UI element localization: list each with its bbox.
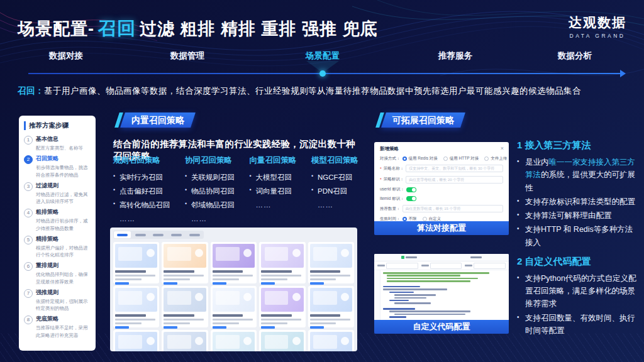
card-link-bar[interactable] bbox=[164, 326, 177, 329]
radio-file[interactable] bbox=[484, 156, 489, 161]
code-line bbox=[383, 308, 415, 310]
gallery-tab-2[interactable] bbox=[132, 231, 149, 238]
step-item-精排策略[interactable]: 5精排策略根据用户偏好，对物品进行个性化精准排序 bbox=[24, 235, 91, 259]
strategy-card[interactable] bbox=[259, 330, 305, 351]
step-item-粗排策略[interactable]: 4粗排策略对物品进行初步排序，减少待推荐物品数量 bbox=[24, 208, 91, 232]
recommend-count-label: 推荐数量： bbox=[380, 206, 401, 212]
card-link-bar[interactable] bbox=[310, 282, 324, 285]
card-desc-bar bbox=[261, 319, 301, 321]
bullet-dot-icon: • bbox=[517, 223, 525, 249]
strategy-card[interactable] bbox=[308, 286, 354, 327]
code-editor-body[interactable] bbox=[374, 270, 509, 320]
code-editor-tab[interactable] bbox=[470, 256, 482, 258]
category-title: 向量召回策略 bbox=[250, 155, 297, 166]
category-item: •点击偏好召回 bbox=[113, 185, 170, 199]
step-item-重排规则[interactable]: 6重排规则优化物品排列组合，确保呈现最佳推荐效果 bbox=[24, 261, 91, 285]
extend-strategy-badge-label: 可拓展召回策略 bbox=[392, 112, 454, 128]
step-body: 兜底策略当推荐结果不足时，采用此策略进行补充完善 bbox=[36, 315, 91, 339]
strategy-name-input[interactable] bbox=[406, 165, 503, 172]
card-desc-bar bbox=[310, 322, 336, 324]
card-link-bar[interactable] bbox=[213, 326, 226, 329]
strategy-category: 协同召回策略•关联规则召回•物品协同召回•邻域物品召回…… bbox=[185, 155, 235, 226]
strategy-card[interactable] bbox=[113, 286, 159, 327]
strategy-card[interactable] bbox=[211, 286, 257, 327]
code-lines bbox=[380, 270, 509, 320]
radio-http[interactable] bbox=[443, 156, 448, 161]
nav-item-5[interactable]: 数据分析 bbox=[558, 50, 592, 62]
feature-section-title: 1 接入第三方算法 bbox=[517, 140, 636, 151]
card-desc-bar bbox=[310, 319, 350, 321]
strategy-card[interactable] bbox=[113, 242, 159, 283]
strategy-key-input[interactable] bbox=[406, 176, 503, 184]
code-line bbox=[387, 275, 461, 277]
nav-item-1[interactable]: 数据对接 bbox=[49, 50, 83, 62]
category-item-label: 关联规则召回 bbox=[191, 171, 235, 185]
card-desc-bar bbox=[115, 322, 142, 324]
param-field[interactable] bbox=[377, 263, 418, 269]
code-editor-tab[interactable] bbox=[401, 256, 417, 259]
param-field[interactable] bbox=[421, 263, 462, 269]
step-item-基本信息[interactable]: 1基本信息配置方案类型、名称等 bbox=[24, 135, 91, 151]
step-item-强推规则[interactable]: 7强推规则依据特定规则，强制展示特定类别的物品 bbox=[24, 288, 91, 312]
category-item: •大模型召回 bbox=[250, 171, 297, 185]
card-link-bar[interactable] bbox=[164, 282, 177, 285]
strategy-card[interactable] bbox=[308, 242, 354, 283]
radio-time-custom[interactable] bbox=[423, 217, 427, 221]
connect-mode-row: 对接方式： 使用 Redis 对接 使用 HTTP 对接 文件上传 bbox=[380, 156, 503, 162]
gallery-tab-4[interactable] bbox=[168, 231, 185, 238]
gallery-tab-1[interactable] bbox=[114, 231, 131, 238]
card-link-bar[interactable] bbox=[261, 326, 275, 329]
card-title-bar bbox=[164, 270, 194, 273]
strategy-card[interactable] bbox=[113, 330, 159, 351]
step-title: 基本信息 bbox=[36, 135, 83, 143]
recall-definition-term: 召回： bbox=[18, 86, 44, 96]
strategy-key-label: 策略标识： bbox=[384, 177, 404, 182]
builtin-strategy-badge: 内置召回策略 bbox=[117, 112, 193, 128]
code-line bbox=[383, 272, 489, 274]
userid-toggle[interactable] bbox=[406, 187, 416, 192]
strategy-card[interactable] bbox=[259, 286, 305, 327]
strategy-card[interactable] bbox=[211, 242, 257, 283]
feature-bullet-text: 支持存放标识和算法类型的配置 bbox=[525, 195, 635, 208]
card-title-bar bbox=[213, 314, 243, 317]
bullet-dot-icon: • bbox=[185, 199, 191, 212]
gallery-tab-5[interactable] bbox=[186, 231, 203, 238]
card-link-bar[interactable] bbox=[115, 326, 129, 329]
strategy-card[interactable] bbox=[259, 242, 305, 283]
feature-bullet-text: 支持Python代码的方式自定义配置召回策略，满足多样化的场景推荐需求 bbox=[525, 272, 636, 310]
recommend-count-input[interactable] bbox=[402, 205, 504, 212]
card-title-bar bbox=[261, 314, 292, 317]
radio-redis[interactable] bbox=[402, 156, 407, 161]
itemid-toggle[interactable] bbox=[406, 196, 416, 201]
radio-time-unlimited[interactable] bbox=[402, 217, 407, 221]
category-item: …… bbox=[250, 199, 297, 212]
strategy-card[interactable] bbox=[162, 242, 208, 283]
itemid-row: itemid 标识： bbox=[380, 196, 503, 202]
close-icon[interactable]: × bbox=[501, 145, 504, 151]
step-item-过滤规则[interactable]: 3过滤规则对物品进行过滤，避免其进入后续排序环节 bbox=[24, 182, 91, 206]
card-illustration bbox=[115, 332, 157, 351]
code-line bbox=[394, 302, 431, 304]
card-link-bar[interactable] bbox=[213, 282, 226, 285]
strategy-card[interactable] bbox=[308, 330, 354, 351]
card-link-bar[interactable] bbox=[115, 282, 129, 285]
bullet-dot-icon: • bbox=[517, 209, 525, 222]
card-link-bar[interactable] bbox=[310, 326, 324, 329]
category-item: •关联规则召回 bbox=[185, 171, 235, 185]
category-item-label: 实时行为召回 bbox=[119, 171, 163, 185]
step-item-召回策略[interactable]: 2召回策略初步筛选海量物品，挑选符合推荐条件的物品 bbox=[24, 155, 91, 178]
tab-label-bar bbox=[189, 234, 200, 236]
strategy-card[interactable] bbox=[162, 330, 208, 351]
nav-item-2[interactable]: 数据管理 bbox=[170, 50, 204, 62]
nav-item-4[interactable]: 推荐服务 bbox=[438, 50, 472, 62]
step-title: 召回策略 bbox=[36, 155, 91, 163]
step-item-兜底策略[interactable]: 8兜底策略当推荐结果不足时，采用此策略进行补充完善 bbox=[24, 315, 91, 339]
gallery-tab-3[interactable] bbox=[150, 231, 167, 238]
bullet-dot-icon: • bbox=[113, 171, 119, 185]
strategy-card[interactable] bbox=[162, 286, 208, 327]
category-item-label: 邻域物品召回 bbox=[191, 199, 235, 212]
card-link-bar[interactable] bbox=[261, 282, 275, 285]
nav-item-3[interactable]: 场景配置 bbox=[306, 50, 340, 62]
strategy-card[interactable] bbox=[211, 330, 257, 351]
param-field[interactable] bbox=[465, 263, 506, 269]
